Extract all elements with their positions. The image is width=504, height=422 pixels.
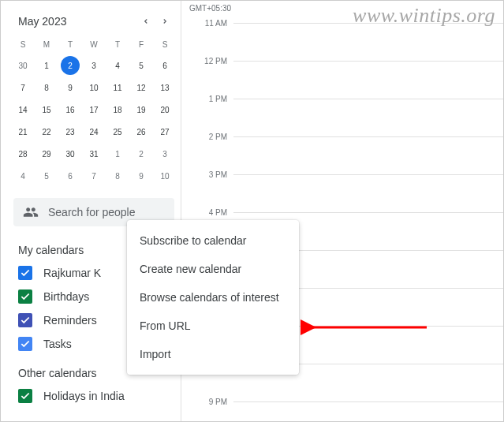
- prev-month-button[interactable]: [136, 12, 155, 31]
- date-cell[interactable]: 30: [11, 54, 35, 77]
- date-cell[interactable]: 23: [58, 121, 82, 143]
- date-cell[interactable]: 5: [129, 54, 153, 77]
- calendar-label: Reminders: [43, 314, 97, 327]
- date-cell[interactable]: 4: [106, 54, 129, 77]
- date-cell[interactable]: 30: [58, 143, 82, 165]
- date-cell[interactable]: 2: [58, 54, 82, 77]
- date-cell[interactable]: 10: [153, 165, 177, 187]
- add-calendar-menu: Subscribe to calendarCreate new calendar…: [127, 220, 299, 375]
- date-cell[interactable]: 31: [82, 143, 106, 165]
- search-placeholder: Search for people: [48, 206, 136, 218]
- hour-label: 4 PM: [186, 208, 233, 217]
- hour-gridline: [233, 174, 503, 212]
- menu-item-from-url[interactable]: From URL: [127, 312, 299, 340]
- date-cell[interactable]: 2: [129, 143, 153, 165]
- date-cell[interactable]: 20: [153, 99, 177, 121]
- hour-label: 9 PM: [186, 398, 233, 406]
- date-cell[interactable]: 3: [82, 54, 106, 77]
- month-label: May 2023: [18, 15, 136, 28]
- dow-label: T: [58, 34, 82, 54]
- calendar-checkbox[interactable]: [18, 289, 32, 304]
- annotation-arrow: [301, 318, 435, 337]
- date-cell[interactable]: 16: [58, 99, 82, 121]
- date-cell[interactable]: 18: [106, 99, 129, 121]
- menu-item-browse-calendars-of-interest[interactable]: Browse calendars of interest: [127, 283, 299, 312]
- hour-label: 11 AM: [186, 19, 233, 28]
- date-cell[interactable]: 17: [82, 99, 106, 121]
- hour-label: 12 PM: [186, 57, 233, 65]
- date-cell[interactable]: 6: [58, 165, 82, 187]
- date-cell[interactable]: 8: [35, 77, 58, 99]
- mini-calendar[interactable]: SMTWTFS301234567891011121314151617181920…: [11, 34, 177, 187]
- date-cell[interactable]: 7: [11, 77, 35, 99]
- date-cell[interactable]: 4: [11, 165, 35, 187]
- calendar-checkbox[interactable]: [18, 266, 32, 280]
- calendar-checkbox[interactable]: [18, 313, 32, 327]
- date-cell[interactable]: 24: [82, 121, 106, 143]
- mini-calendar-header: May 2023: [7, 7, 181, 34]
- dow-label: S: [11, 34, 35, 54]
- date-cell[interactable]: 3: [153, 143, 177, 165]
- date-cell[interactable]: 9: [58, 77, 82, 99]
- dow-label: F: [129, 34, 153, 54]
- hour-gridline: [233, 23, 503, 61]
- chevron-right-icon: [161, 17, 169, 25]
- chevron-left-icon: [142, 17, 150, 25]
- calendar-checkbox[interactable]: [18, 389, 32, 403]
- next-month-button[interactable]: [155, 12, 174, 31]
- calendar-label: Tasks: [43, 338, 72, 350]
- calendar-checkbox[interactable]: [18, 337, 32, 351]
- people-icon: [23, 204, 39, 220]
- menu-item-import[interactable]: Import: [127, 340, 299, 368]
- date-cell[interactable]: 21: [11, 121, 35, 143]
- date-cell[interactable]: 1: [106, 143, 129, 165]
- date-cell[interactable]: 12: [129, 77, 153, 99]
- dow-label: S: [153, 34, 177, 54]
- date-cell[interactable]: 26: [129, 121, 153, 143]
- date-cell[interactable]: 10: [82, 77, 106, 99]
- dow-label: W: [82, 34, 106, 54]
- hour-gridline: [233, 136, 503, 174]
- date-cell[interactable]: 14: [11, 99, 35, 121]
- hour-label: 3 PM: [186, 170, 233, 179]
- watermark: www.wintips.org: [353, 4, 495, 28]
- hour-label: 1 PM: [186, 95, 233, 103]
- date-cell[interactable]: 9: [129, 165, 153, 187]
- date-cell[interactable]: 22: [35, 121, 58, 143]
- date-cell[interactable]: 15: [35, 99, 58, 121]
- dow-label: M: [35, 34, 58, 54]
- date-cell[interactable]: 11: [106, 77, 129, 99]
- date-cell[interactable]: 25: [106, 121, 129, 143]
- date-cell[interactable]: 8: [106, 165, 129, 187]
- menu-item-create-new-calendar[interactable]: Create new calendar: [127, 255, 299, 283]
- hour-label: 2 PM: [186, 133, 233, 141]
- date-cell[interactable]: 6: [153, 54, 177, 77]
- dow-label: T: [106, 34, 129, 54]
- date-cell[interactable]: 7: [82, 165, 106, 187]
- date-cell[interactable]: 27: [153, 121, 177, 143]
- hour-gridline: [233, 99, 503, 136]
- calendar-item[interactable]: Holidays in India: [7, 384, 181, 408]
- date-cell[interactable]: 13: [153, 77, 177, 99]
- calendar-label: Holidays in India: [43, 390, 125, 402]
- hour-gridline: [233, 61, 503, 99]
- calendar-label: Birthdays: [43, 290, 89, 303]
- date-cell[interactable]: 5: [35, 165, 58, 187]
- date-cell[interactable]: 19: [129, 99, 153, 121]
- calendar-label: Rajkumar K: [43, 267, 101, 279]
- date-cell[interactable]: 28: [11, 143, 35, 165]
- date-cell[interactable]: 1: [35, 54, 58, 77]
- hour-gridline: [233, 401, 503, 422]
- menu-item-subscribe-to-calendar[interactable]: Subscribe to calendar: [127, 226, 299, 255]
- date-cell[interactable]: 29: [35, 143, 58, 165]
